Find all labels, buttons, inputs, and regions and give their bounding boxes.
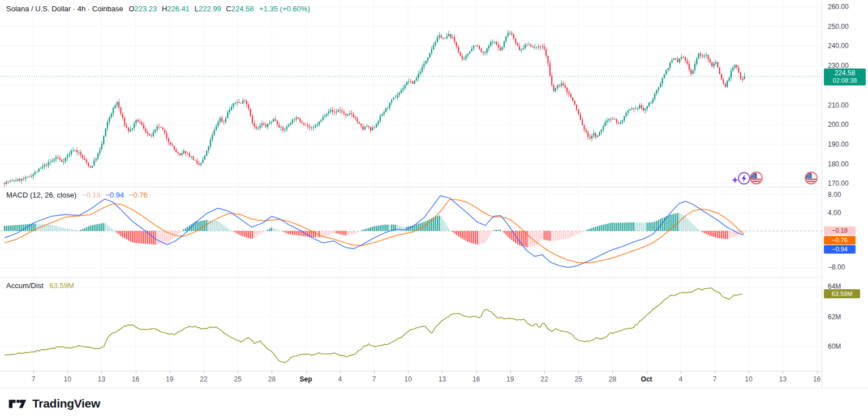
accum-dist-badge: 63.59M xyxy=(824,289,860,298)
time-axis-tick xyxy=(715,371,715,374)
time-axis-tick xyxy=(408,371,409,374)
price-scale[interactable]: 260.00250.00240.00230.00210.00200.00190.… xyxy=(822,0,868,387)
time-label: 13 xyxy=(98,375,105,383)
time-label: 10 xyxy=(64,375,71,383)
time-axis-tick xyxy=(340,371,341,374)
time-label-oct: Oct xyxy=(641,375,652,383)
macd-title[interactable]: MACD (12, 26, close) xyxy=(6,191,76,199)
last-price-badge: 224.58 02:08:38 xyxy=(824,68,866,85)
time-label: 4 xyxy=(678,375,682,383)
macd-legend[interactable]: MACD (12, 26, close) −0.18 −0.94 −0.76 xyxy=(6,191,148,199)
tradingview-logo-text: TradingView xyxy=(32,397,100,410)
symbol-title[interactable]: Solana / U.S. Dollar xyxy=(6,5,71,13)
close-value: 224.58 xyxy=(231,5,254,13)
symbol-legend[interactable]: Solana / U.S. Dollar · 4h · Coinbase O22… xyxy=(6,5,310,13)
time-axis-tick xyxy=(783,371,783,374)
time-axis-tick xyxy=(170,371,170,374)
time-label: 19 xyxy=(166,375,173,383)
exchange-label: Coinbase xyxy=(92,5,123,13)
time-label: 16 xyxy=(132,375,139,383)
low-value: 222.99 xyxy=(199,5,221,13)
time-label: 7 xyxy=(32,375,36,383)
macd-line-badge: −0.94 xyxy=(824,245,856,254)
accum-dist-title[interactable]: Accum/Dist xyxy=(6,281,44,290)
tradingview-chart-window: Solana / U.S. Dollar · 4h · Coinbase O22… xyxy=(0,0,868,420)
accum-dist-line xyxy=(5,288,742,363)
price-scale-label: 190.00 xyxy=(828,140,849,148)
close-label: C xyxy=(226,5,231,13)
us-flag-event-icon[interactable] xyxy=(749,171,763,187)
time-label: 19 xyxy=(506,375,514,383)
high-value: 226.41 xyxy=(167,5,190,13)
time-axis-tick xyxy=(647,371,647,374)
time-axis-tick xyxy=(67,371,68,374)
time-label: 13 xyxy=(439,375,446,383)
macd-signal-badge: −0.76 xyxy=(824,236,856,245)
macd-hist-value: −0.18 xyxy=(82,191,101,199)
time-axis-tick xyxy=(272,371,272,374)
time-label: 28 xyxy=(268,375,276,383)
macd-scale-label: −8.00 xyxy=(828,263,845,271)
interval-label[interactable]: 4h xyxy=(78,5,85,13)
price-scale-label: 240.00 xyxy=(828,42,849,50)
time-axis-tick xyxy=(374,371,375,374)
time-axis-tick xyxy=(476,371,477,374)
time-label: 22 xyxy=(540,375,548,383)
time-axis-tick xyxy=(578,371,579,374)
time-axis-tick xyxy=(510,371,511,374)
accum-dist-legend[interactable]: Accum/Dist 63.59M xyxy=(6,281,74,290)
time-axis-tick xyxy=(544,371,545,374)
high-label: H xyxy=(162,5,167,13)
last-price-value: 224.58 xyxy=(824,70,866,77)
macd-scale-label: 4.00 xyxy=(828,209,841,217)
open-label: O xyxy=(128,5,134,13)
time-label: 28 xyxy=(609,375,616,383)
price-scale-label: 180.00 xyxy=(828,160,849,168)
time-label: 16 xyxy=(813,375,820,383)
time-axis-tick xyxy=(681,371,681,374)
change-value: +1.35 (+0.60%) xyxy=(259,5,310,13)
price-scale-label: 200.00 xyxy=(828,121,849,128)
bar-countdown: 02:08:38 xyxy=(824,77,866,84)
time-label: 25 xyxy=(575,375,582,383)
price-scale-label: 250.00 xyxy=(828,23,849,31)
time-axis[interactable]: 710131619222528Sep4710131619222528Oct471… xyxy=(0,371,868,388)
ad-scale-label: 60M xyxy=(828,342,841,350)
time-axis-tick xyxy=(306,371,307,374)
time-label: 22 xyxy=(200,375,207,383)
time-label: 7 xyxy=(372,375,376,383)
time-axis-tick xyxy=(204,371,204,374)
accum-dist-value: 63.59M xyxy=(49,281,74,290)
time-axis-tick xyxy=(136,371,136,374)
time-label: 16 xyxy=(472,375,480,383)
price-scale-label: 170.00 xyxy=(828,179,849,187)
candles-layer xyxy=(0,30,822,187)
time-label: 13 xyxy=(779,375,787,383)
macd-line-value: −0.94 xyxy=(105,191,124,199)
time-axis-tick xyxy=(238,371,238,374)
legend-separator-1: · xyxy=(73,5,75,13)
price-scale-label: 210.00 xyxy=(828,101,849,109)
macd-hist-badge: −0.18 xyxy=(824,226,856,235)
time-label-sep: Sep xyxy=(300,375,312,383)
legend-separator-2: · xyxy=(88,5,90,13)
time-axis-tick xyxy=(817,371,818,374)
macd-scale-label: 8.00 xyxy=(828,191,841,199)
time-label: 7 xyxy=(713,375,717,383)
time-axis-tick xyxy=(612,371,613,374)
ad-scale-label: 62M xyxy=(828,313,841,321)
time-axis-tick xyxy=(442,371,442,374)
low-label: L xyxy=(195,5,199,13)
time-axis-tick xyxy=(749,371,749,374)
time-axis-tick xyxy=(101,371,102,374)
time-label: 10 xyxy=(745,375,753,383)
us-flag-event-icon-2[interactable] xyxy=(804,171,818,187)
macd-signal-value: −0.76 xyxy=(129,191,148,199)
time-label: 4 xyxy=(338,375,342,383)
time-label: 10 xyxy=(405,375,412,383)
time-label: 25 xyxy=(234,375,242,383)
time-axis-tick xyxy=(33,371,34,374)
tradingview-logo[interactable]: TradingView xyxy=(8,396,100,412)
tradingview-logo-mark xyxy=(8,396,27,412)
price-scale-label: 260.00 xyxy=(828,3,849,11)
